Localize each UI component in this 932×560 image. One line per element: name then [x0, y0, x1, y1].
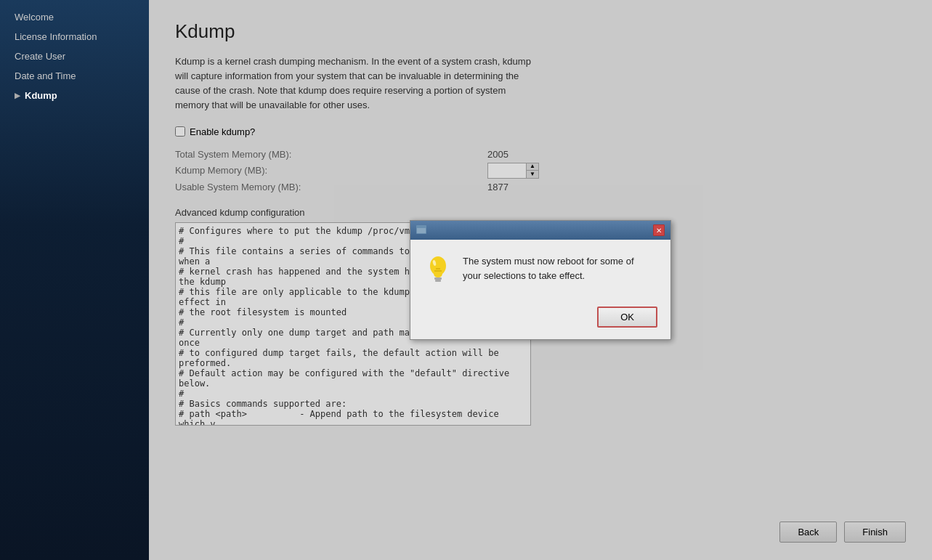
lightbulb-icon [425, 254, 451, 286]
dialog-close-button[interactable]: ✕ [653, 224, 665, 236]
sidebar-item-license[interactable]: License Information [0, 27, 149, 46]
dialog-footer: OK [410, 302, 670, 339]
sidebar-item-date-time[interactable]: Date and Time [0, 66, 149, 86]
dialog-body: The system must now reboot for some of y… [410, 240, 670, 302]
sidebar-item-kdump-label: Kdump [25, 90, 57, 101]
sidebar-item-welcome[interactable]: Welcome [0, 7, 149, 27]
sidebar-item-kdump[interactable]: ▶ Kdump [0, 86, 149, 105]
sidebar-item-welcome-label: Welcome [15, 12, 54, 23]
svg-point-2 [430, 256, 446, 275]
dialog-titlebar: ✕ [410, 221, 670, 240]
main-content: Kdump Kdump is a kernel crash dumping me… [149, 0, 932, 560]
kdump-arrow-icon: ▶ [15, 92, 20, 100]
sidebar-item-create-user-label: Create User [15, 51, 65, 62]
dialog-message-line1: The system must now reboot for some of [463, 256, 634, 267]
svg-rect-1 [417, 228, 426, 233]
sidebar: Welcome License Information Create User … [0, 0, 149, 560]
sidebar-item-date-time-label: Date and Time [15, 70, 76, 81]
dialog-message-line2: your selections to take effect. [463, 270, 585, 281]
dialog-message: The system must now reboot for some of y… [463, 254, 657, 283]
dialog-title-icon [416, 225, 426, 236]
sidebar-item-create-user[interactable]: Create User [0, 46, 149, 66]
reboot-dialog: ✕ [410, 220, 671, 340]
svg-rect-3 [434, 277, 442, 280]
dialog-overlay: ✕ [149, 0, 932, 560]
svg-rect-4 [435, 280, 441, 282]
sidebar-item-license-label: License Information [15, 31, 97, 42]
dialog-icon [424, 254, 453, 291]
dialog-ok-button[interactable]: OK [597, 307, 657, 328]
